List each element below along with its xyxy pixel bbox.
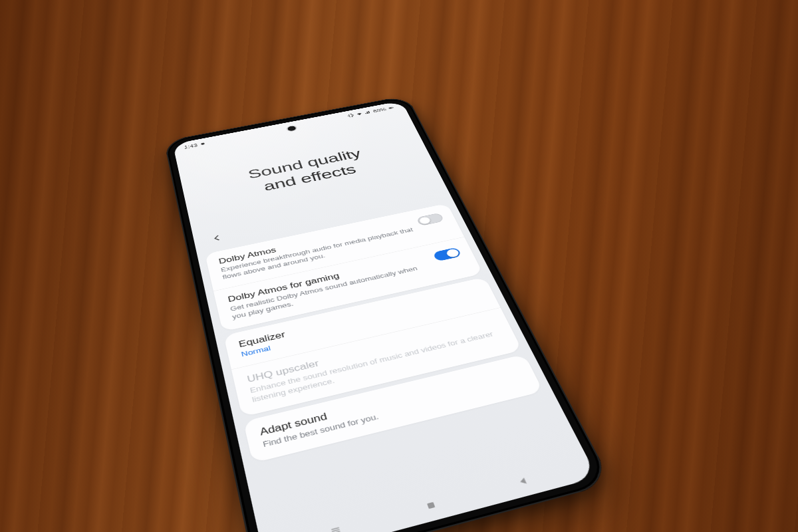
svg-rect-7 bbox=[427, 502, 435, 509]
status-notification-icon bbox=[199, 141, 207, 147]
phone-frame: 1:43 68% bbox=[164, 95, 612, 532]
table-surface: 1:43 68% bbox=[0, 0, 798, 532]
navigation-bar bbox=[259, 450, 597, 532]
nav-recents-button[interactable] bbox=[326, 521, 346, 532]
toggle-dolby-atmos-gaming[interactable] bbox=[433, 247, 462, 262]
signal-icon bbox=[364, 110, 372, 116]
back-button[interactable] bbox=[207, 231, 227, 245]
nav-back-button[interactable] bbox=[513, 473, 533, 489]
battery-icon bbox=[387, 105, 396, 110]
toggle-dolby-atmos[interactable] bbox=[416, 212, 444, 225]
nav-home-button[interactable] bbox=[421, 497, 442, 514]
wifi-icon bbox=[355, 112, 364, 118]
home-icon bbox=[423, 499, 440, 513]
phone-screen: 1:43 68% bbox=[173, 101, 598, 532]
recents-icon bbox=[328, 523, 344, 532]
status-time: 1:43 bbox=[184, 143, 198, 150]
svg-point-0 bbox=[201, 142, 205, 145]
battery-percent: 68% bbox=[372, 107, 387, 114]
vibrate-icon bbox=[346, 113, 355, 119]
chevron-left-icon bbox=[210, 233, 225, 243]
back-triangle-icon bbox=[515, 475, 531, 488]
